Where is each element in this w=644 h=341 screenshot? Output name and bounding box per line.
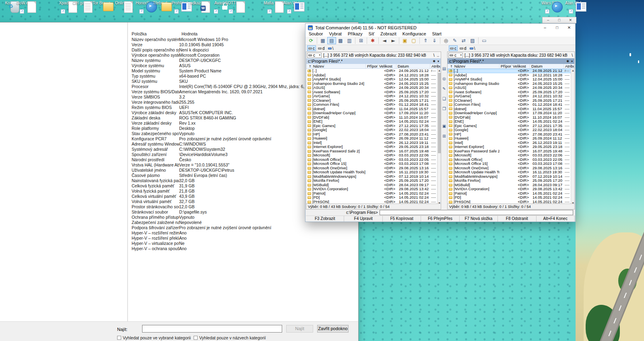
file-row[interactable]: [Microsoft Update Health Tools] <DIR> 16… xyxy=(306,170,441,175)
column-name[interactable]: ↑Název xyxy=(306,64,366,68)
back-button[interactable]: ◄ xyxy=(380,37,389,44)
scrollbar[interactable]: ▲ ▼ xyxy=(437,69,441,204)
file-row[interactable]: [Avast Software] <DIR> 25.09.2025 17:20 … xyxy=(448,90,574,94)
file-row[interactable]: [ENE] <DIR> 14.05.2021 02:24 ---- xyxy=(306,119,441,124)
file-row[interactable]: [Adobe] <DIR> 24.12.2021 18:28 ---- xyxy=(448,73,574,78)
file-row[interactable]: [Microsoft Office 15] <DIR> 03.03.2023 1… xyxy=(448,162,574,166)
drive-network-button[interactable]: \ xyxy=(327,45,335,51)
file-row[interactable]: [Microsoft OneDrive] <DIR> 29.08.2025 13… xyxy=(306,166,441,170)
file-row[interactable]: [AVGame] <DIR> 24.12.2021 10:32 ---- xyxy=(306,94,441,99)
drive-network-button[interactable]: \ xyxy=(469,45,477,51)
file-row[interactable]: [KeePass Password Safe 2] <DIR> 16.07.20… xyxy=(306,149,441,154)
file-row[interactable]: [Avast Software] <DIR> 25.09.2025 17:20 … xyxy=(306,90,441,94)
file-row[interactable]: [Patriot] <DIR> 14.05.2021 02:24 ---- xyxy=(306,191,441,196)
file-row[interactable]: [Patriot] <DIR> 14.05.2021 02:24 ---- xyxy=(448,191,574,196)
pane-splitter[interactable] xyxy=(127,23,128,322)
file-row[interactable]: [Microsoft Office] <DIR> 03.03.2023 22:0… xyxy=(448,158,574,162)
history-dropdown-icon[interactable]: ▾ xyxy=(571,60,573,63)
minimize-icon[interactable]: – xyxy=(539,24,551,31)
function-key-button[interactable]: F3 Zobrazit xyxy=(306,216,344,222)
move-files-button[interactable]: ❐ xyxy=(442,106,447,111)
function-key-button[interactable]: F5 Kopírovat xyxy=(383,216,421,222)
file-row[interactable]: [Internet Explorer] <DIR> 29.05.2025 23:… xyxy=(306,145,441,149)
desktop-icon[interactable]: Ctrl game x – xyxy=(72,1,91,19)
view-full-button[interactable]: ▩ xyxy=(336,37,345,44)
file-row[interactable]: [Microsoft Office] <DIR> 03.03.2023 22:0… xyxy=(306,158,441,162)
desktop-icon[interactable]: Koš xyxy=(0,1,18,19)
file-row[interactable]: [NVIDIA Corporation] <DIR> 29.08.2025 13… xyxy=(306,187,441,191)
minimize-icon[interactable]: – xyxy=(543,17,554,23)
desktop-icon[interactable]: Mafia CZ DE xyxy=(264,1,282,19)
search-category-names-checkbox[interactable]: Vyhledat pouze v názvech kategorií xyxy=(194,335,266,340)
file-row[interactable]: [CCleaner] <DIR> 25.09.2025 17:21 ---- xyxy=(448,99,574,103)
view-tree-button[interactable]: ⊞ xyxy=(357,37,365,44)
file-row[interactable]: [Huawei] <DIR> 26.09.2024 11:12 ---- xyxy=(448,136,574,141)
copy-files-button[interactable]: ❏ xyxy=(442,96,447,101)
file-row[interactable]: [CCleaner] <DIR> 25.09.2025 17:21 ---- xyxy=(306,99,441,103)
scroll-up-icon[interactable]: ▲ xyxy=(438,69,441,72)
close-find-pane-button[interactable]: Zavřít podokno xyxy=(317,325,349,333)
desktop-icon[interactable]: Prohlížeč xyxy=(171,1,189,19)
file-row[interactable]: [ASUS] <DIR> 24.09.2025 20:34 ---- xyxy=(448,86,574,90)
drive-combo[interactable]: c ▾ xyxy=(307,53,322,58)
file-row[interactable]: [MSBuild] <DIR> 28.04.2023 09:17 ---- xyxy=(448,183,574,187)
parent-dir-button[interactable]: .. xyxy=(437,53,439,58)
file-row[interactable]: [HP] <DIR> 27.08.2020 23:41 ---- xyxy=(448,132,574,137)
forward-button[interactable]: ► xyxy=(389,37,398,44)
function-key-button[interactable]: F4 Upravit xyxy=(344,216,382,222)
column-name[interactable]: ↑Název xyxy=(448,64,500,68)
function-key-button[interactable]: F6 PřejmPřes xyxy=(421,216,459,222)
file-row[interactable]: [Internet Explorer] <DIR> 29.05.2025 23:… xyxy=(448,145,574,149)
view-thumbnails-button[interactable]: ▥ xyxy=(345,37,354,44)
path-bar[interactable]: c:\Program Files\*.* ✱ ▾ xyxy=(306,58,441,64)
title-bar[interactable]: Total Commander (x64) 11.56 - NOT REGIST… xyxy=(305,24,575,31)
column-attr[interactable]: Atribut xyxy=(564,64,574,68)
column-date[interactable]: Datum xyxy=(530,64,564,68)
decode-button[interactable]: ⇓ xyxy=(430,37,439,44)
new-folder-button[interactable]: ⊞ xyxy=(442,134,447,139)
column-size[interactable]: Velikost xyxy=(378,64,396,68)
file-row[interactable]: [Common Files] <DIR> 01.12.2024 18:41 --… xyxy=(448,103,574,107)
maximize-icon[interactable]: □ xyxy=(554,17,565,23)
file-row[interactable]: [Ashampoo Burning Studio 24] <DIR> 24.05… xyxy=(306,82,441,86)
scrollbar-thumb[interactable] xyxy=(438,73,441,153)
menu-item[interactable]: Soubor xyxy=(309,31,323,37)
sync-dirs-button[interactable]: ⇄ xyxy=(459,37,468,44)
file-row[interactable]: [Mozilla Firefox] <DIR> 25.09.2025 17:20… xyxy=(448,179,574,183)
root-dir-button[interactable]: \ xyxy=(572,53,573,58)
drive-c-button[interactable]: c xyxy=(307,45,316,51)
file-row[interactable]: [Adobe] <DIR> 24.12.2021 18:28 ---- xyxy=(306,73,441,78)
file-row[interactable]: [AnyMP4 Studio] <DIR> 12.04.2025 15:00 -… xyxy=(306,77,441,82)
file-row[interactable]: [dotnet] <DIR> 11.04.2025 15:57 ---- xyxy=(448,107,574,111)
compare-dirs-button[interactable]: ▨ xyxy=(468,37,477,44)
desktop-icon[interactable]: Online2 xyxy=(113,1,131,19)
file-row[interactable]: [Microsoft] <DIR> 03.03.2023 22:06 ---- xyxy=(306,153,441,158)
file-row[interactable]: [Epic Games] <DIR> 27.12.2021 17:35 ---- xyxy=(448,124,574,128)
menu-item[interactable]: Příkazy xyxy=(348,31,363,37)
search-selected-category-checkbox[interactable]: Vyhledat pouze ve vybrané kategorii xyxy=(117,335,191,340)
file-row[interactable]: [NVIDIA Corporation] <DIR> 29.08.2025 13… xyxy=(448,187,574,191)
file-row[interactable]: [ModifiableWindowsApps] <DIR> 07.12.2019… xyxy=(306,175,441,179)
desktop-icon[interactable]: Třebová xyxy=(151,1,169,19)
file-row[interactable]: [Ashampoo Burning Studio 24] <DIR> 24.05… xyxy=(448,82,574,86)
maximize-icon[interactable]: □ xyxy=(551,24,563,31)
drive-d-button[interactable]: d xyxy=(458,45,468,51)
desktop-icon[interactable]: GoW.exe – xyxy=(16,1,35,19)
file-row[interactable]: [Microsoft Office 15] <DIR> 03.03.2023 1… xyxy=(306,162,441,166)
close-icon[interactable]: ✕ xyxy=(563,24,575,31)
file-row[interactable]: [DownloadHelper CoApp] <DIR> 17.09.2024 … xyxy=(448,111,574,115)
file-row[interactable]: [ENE] <DIR> 14.05.2021 02:24 ---- xyxy=(448,119,574,124)
pack-files-button[interactable]: ▣ xyxy=(442,123,447,129)
drive-c-button[interactable]: c xyxy=(449,45,458,51)
file-row[interactable]: [DVDFab] <DIR> 11.10.2024 16:07 ---- xyxy=(448,115,574,120)
file-row[interactable]: [AVGame] <DIR> 24.12.2021 10:32 ---- xyxy=(448,94,574,99)
drive-d-button[interactable]: d xyxy=(317,45,326,51)
file-row[interactable]: [Google] <DIR> 22.02.2023 18:04 ---- xyxy=(306,128,441,132)
file-row[interactable]: [HP] <DIR> 27.08.2020 23:41 ---- xyxy=(306,132,441,137)
file-row[interactable]: [Common Files] <DIR> 01.12.2024 18:41 --… xyxy=(306,103,441,107)
file-row[interactable]: [PD] <DIR> 14.05.2021 02:24 ---- xyxy=(448,195,574,200)
file-row[interactable]: [Google] <DIR> 22.02.2023 18:04 ---- xyxy=(448,128,574,132)
file-row[interactable]: [Mozilla Firefox] <DIR> 25.09.2025 17:20… xyxy=(306,179,441,183)
path-bar[interactable]: c:\Program Files\*.* ✱ ▾ xyxy=(448,58,574,64)
drive-combo[interactable]: c ▾ xyxy=(448,53,463,58)
